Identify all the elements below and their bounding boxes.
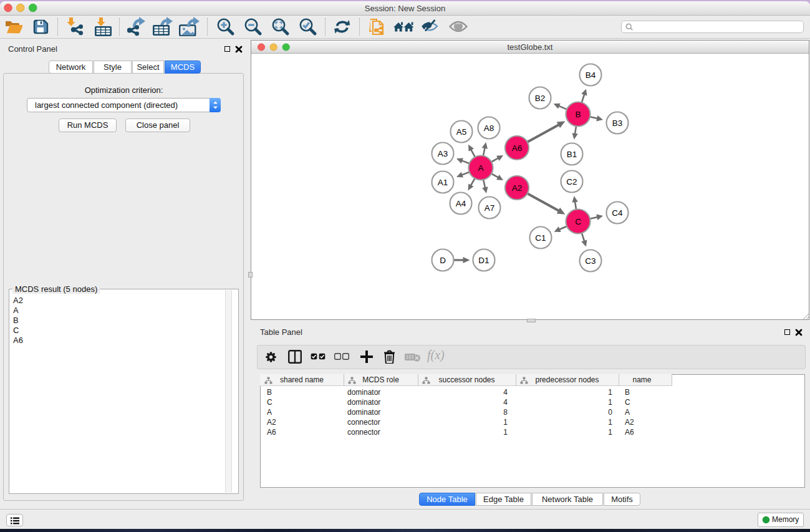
svg-text:C: C bbox=[575, 217, 581, 226]
svg-text:A5: A5 bbox=[456, 127, 467, 137]
svg-text:B2: B2 bbox=[535, 94, 546, 103]
svg-text:B3: B3 bbox=[612, 118, 623, 128]
svg-text:B: B bbox=[575, 110, 581, 119]
svg-text:B1: B1 bbox=[567, 150, 577, 159]
svg-text:B4: B4 bbox=[586, 70, 596, 80]
svg-text:C4: C4 bbox=[612, 208, 623, 218]
svg-text:D1: D1 bbox=[478, 256, 489, 265]
svg-text:A6: A6 bbox=[512, 143, 523, 153]
svg-text:C1: C1 bbox=[535, 233, 546, 243]
svg-text:A7: A7 bbox=[485, 203, 495, 213]
svg-text:D: D bbox=[440, 256, 446, 265]
svg-text:A: A bbox=[478, 163, 483, 173]
svg-text:C2: C2 bbox=[566, 177, 577, 186]
svg-text:A4: A4 bbox=[456, 199, 466, 208]
svg-text:A3: A3 bbox=[438, 149, 448, 158]
svg-text:A1: A1 bbox=[438, 178, 448, 187]
svg-text:A8: A8 bbox=[484, 123, 494, 133]
svg-text:A2: A2 bbox=[512, 183, 523, 193]
svg-text:C3: C3 bbox=[585, 256, 595, 266]
